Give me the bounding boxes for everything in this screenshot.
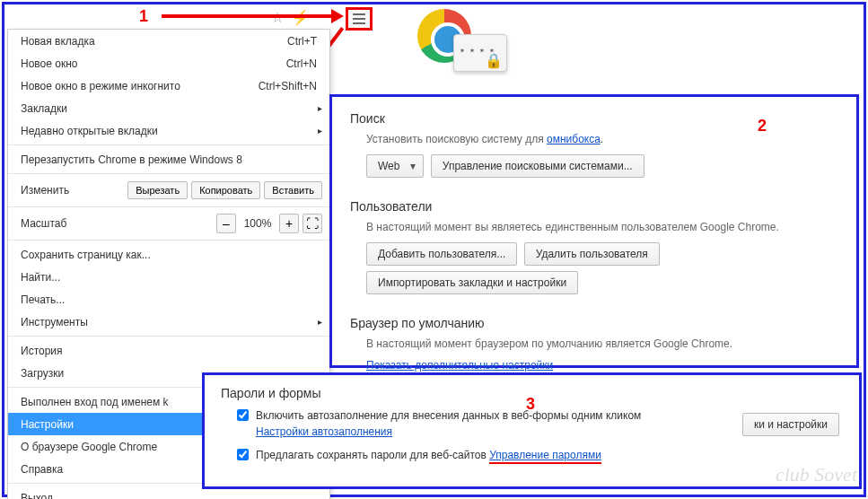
manage-search-engines-button[interactable]: Управление поисковыми системами... [431,154,644,178]
search-engine-dropdown[interactable]: Web [366,154,424,178]
passwords-panel: Пароли и формы 3 ки и настройки Включить… [202,372,862,489]
menu-new-window[interactable]: Новое окноCtrl+N [8,52,329,74]
copy-button[interactable]: Копировать [191,181,260,199]
menu-new-tab[interactable]: Новая вкладкаCtrl+T [8,30,329,52]
chrome-passwords-illustration: ＊＊＊＊🔒 [417,9,516,90]
menu-zoom-row: Масштаб – 100% + ⛶ [8,210,329,237]
settings-panel: 2 Поиск Установить поисковую систему для… [329,94,859,368]
menu-find[interactable]: Найти... [8,266,329,288]
menu-print[interactable]: Печать... [8,288,329,311]
arrow-1 [162,14,337,18]
hamburger-icon [353,13,365,24]
annotation-step-3: 3 [526,395,535,414]
zoom-label: Масштаб [15,217,213,230]
bolt-icon[interactable]: ⚡ [292,9,310,27]
autofill-label: Включить автозаполнение для внесения дан… [256,409,641,422]
menu-save-as[interactable]: Сохранить страницу как... [8,243,329,266]
menu-history[interactable]: История [8,339,329,362]
menu-relaunch-win8[interactable]: Перезапустить Chrome в режиме Windows 8 [8,148,329,171]
delete-user-button[interactable]: Удалить пользователя [524,242,660,266]
save-passwords-checkbox[interactable] [237,449,249,460]
users-section-text: В настоящий момент вы являетесь единстве… [350,221,838,233]
menu-recent-tabs[interactable]: Недавно открытые вкладки [8,119,329,142]
manage-passwords-link[interactable]: Управление паролями [489,449,601,464]
annotation-step-2: 2 [758,117,767,136]
menu-incognito[interactable]: Новое окно в режиме инкогнитоCtrl+Shift+… [8,74,329,97]
menu-edit-row: Изменить Вырезать Копировать Вставить [8,177,329,204]
edit-label: Изменить [15,184,124,197]
fullscreen-button[interactable]: ⛶ [302,214,322,233]
zoom-out-button[interactable]: – [216,214,236,233]
default-browser-title: Браузер по умолчанию [350,316,838,330]
autofill-checkbox[interactable] [237,409,249,421]
add-user-button[interactable]: Добавить пользователя... [366,242,517,266]
paste-button[interactable]: Вставить [264,181,322,199]
chrome-menu-button[interactable] [346,7,373,31]
star-icon[interactable]: ☆ [271,9,289,27]
lock-icon: 🔒 [485,52,503,69]
omnibox-link[interactable]: омнибокса [547,133,601,145]
cut-button[interactable]: Вырезать [127,181,188,199]
menu-bookmarks[interactable]: Закладки [8,97,329,119]
peeking-import-button[interactable]: ки и настройки [742,413,839,436]
autofill-settings-link[interactable]: Настройки автозаполнения [256,425,392,438]
menu-tools[interactable]: Инструменты [8,311,329,333]
annotation-step-1: 1 [139,7,148,26]
users-section-title: Пользователи [350,199,838,214]
zoom-in-button[interactable]: + [279,214,299,233]
save-passwords-label: Предлагать сохранять пароли для веб-сайт… [256,449,487,461]
zoom-value: 100% [240,217,276,230]
default-browser-text: В настоящий момент браузером по умолчани… [350,337,838,350]
import-button[interactable]: Импортировать закладки и настройки [366,271,578,294]
